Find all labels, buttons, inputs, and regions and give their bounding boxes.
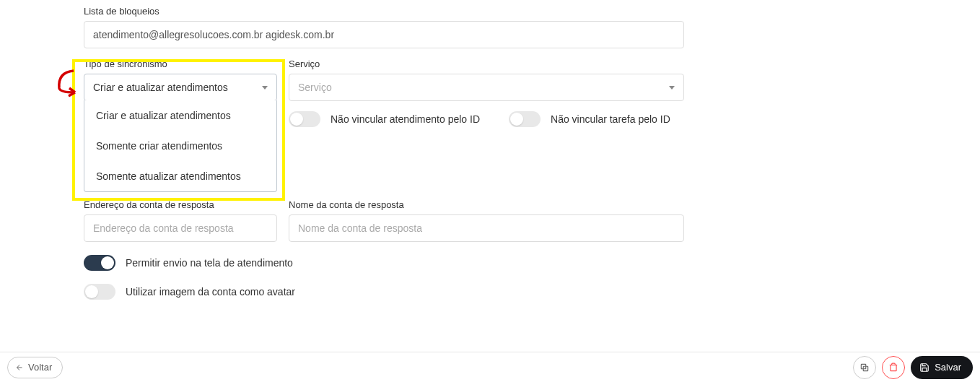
service-placeholder: Serviço — [298, 82, 332, 93]
trash-icon — [888, 363, 898, 373]
toggle-no-link-id-label: Não vincular atendimento pelo ID — [331, 113, 480, 125]
sync-type-option[interactable]: Somente criar atendimentos — [84, 131, 276, 161]
svg-rect-2 — [891, 365, 896, 370]
save-button[interactable]: Salvar — [911, 356, 973, 379]
sync-type-selected: Criar e atualizar atendimentos — [93, 82, 228, 93]
save-button-label: Salvar — [935, 362, 961, 373]
toggle-no-link-task-id-label: Não vincular tarefa pelo ID — [551, 113, 670, 125]
sync-type-label: Tipo de sincronismo — [84, 58, 289, 69]
service-label: Serviço — [289, 58, 896, 69]
toggle-use-avatar[interactable] — [84, 284, 115, 300]
sync-type-dropdown: Criar e atualizar atendimentos Somente c… — [84, 100, 277, 192]
save-icon — [919, 363, 929, 373]
blocklist-input[interactable] — [84, 21, 684, 48]
toggle-allow-send[interactable] — [84, 255, 115, 271]
toggle-allow-send-label: Permitir envio na tela de atendimento — [126, 257, 293, 269]
reply-name-label: Nome da conta de resposta — [289, 199, 684, 210]
chevron-down-icon — [669, 86, 675, 90]
copy-button[interactable] — [853, 356, 876, 379]
copy-icon — [859, 363, 870, 373]
sync-type-option[interactable]: Criar e atualizar atendimentos — [84, 100, 276, 131]
reply-address-label: Endereço da conta de resposta — [84, 199, 277, 210]
sync-type-select[interactable]: Criar e atualizar atendimentos — [84, 74, 277, 101]
toggle-use-avatar-label: Utilizar imagem da conta como avatar — [126, 286, 295, 298]
arrow-left-icon — [15, 363, 24, 372]
blocklist-label: Lista de bloqueios — [84, 6, 896, 17]
footer-bar: Voltar Salvar — [0, 352, 980, 382]
delete-button[interactable] — [882, 356, 905, 379]
reply-address-input[interactable] — [84, 214, 277, 242]
sync-type-option[interactable]: Somente atualizar atendimentos — [84, 161, 276, 191]
toggle-no-link-task-id[interactable] — [509, 111, 541, 127]
service-select[interactable]: Serviço — [289, 74, 684, 101]
reply-name-input[interactable] — [289, 214, 684, 242]
back-button-label: Voltar — [28, 362, 52, 373]
toggle-no-link-id[interactable] — [289, 111, 320, 127]
chevron-down-icon — [262, 86, 268, 90]
back-button[interactable]: Voltar — [7, 357, 63, 378]
